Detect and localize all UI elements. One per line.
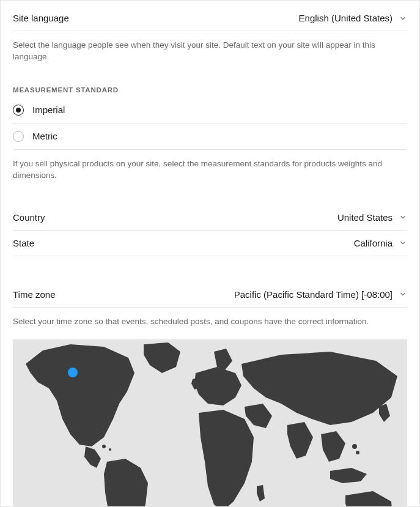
site-language-value: English (United States) [299, 13, 392, 23]
state-row[interactable]: State California [13, 231, 407, 256]
state-label: State [13, 238, 34, 248]
timezone-row[interactable]: Time zone Pacific (Pacific Standard Time… [13, 282, 407, 308]
site-language-value-wrap: English (United States) [299, 13, 407, 23]
country-value: United States [337, 212, 392, 223]
timezone-help: Select your time zone so that events, sc… [13, 308, 407, 328]
site-language-label: Site language [13, 13, 69, 23]
radio-metric-label: Metric [32, 131, 57, 141]
timezone-value-wrap: Pacific (Pacific Standard Time) [-08:00] [234, 289, 407, 300]
radio-imperial-label: Imperial [32, 105, 65, 115]
radio-metric[interactable]: Metric [13, 124, 407, 150]
svg-point-2 [352, 444, 357, 449]
timezone-label: Time zone [13, 289, 55, 300]
country-label: Country [13, 212, 45, 223]
radio-button-unchecked-icon [13, 131, 24, 142]
chevron-down-icon [399, 213, 407, 221]
world-map[interactable] [13, 339, 407, 507]
measurement-help: If you sell physical products on your si… [13, 150, 407, 182]
country-value-wrap: United States [337, 212, 407, 223]
country-row[interactable]: Country United States [13, 205, 407, 231]
chevron-down-icon [399, 239, 407, 247]
state-value-wrap: California [354, 238, 407, 248]
world-map-svg [13, 339, 407, 507]
site-language-help: Select the language people see when they… [13, 31, 407, 63]
radio-imperial[interactable]: Imperial [13, 97, 407, 124]
state-value: California [354, 238, 392, 248]
timezone-value: Pacific (Pacific Standard Time) [-08:00] [234, 289, 392, 300]
site-language-row[interactable]: Site language English (United States) [13, 13, 407, 31]
svg-point-0 [102, 445, 106, 448]
measurement-header: Measurement Standard [13, 86, 407, 94]
svg-point-1 [109, 448, 111, 451]
chevron-down-icon [399, 290, 407, 298]
svg-point-3 [356, 451, 359, 454]
radio-button-checked-icon [13, 105, 24, 116]
chevron-down-icon [399, 14, 407, 23]
